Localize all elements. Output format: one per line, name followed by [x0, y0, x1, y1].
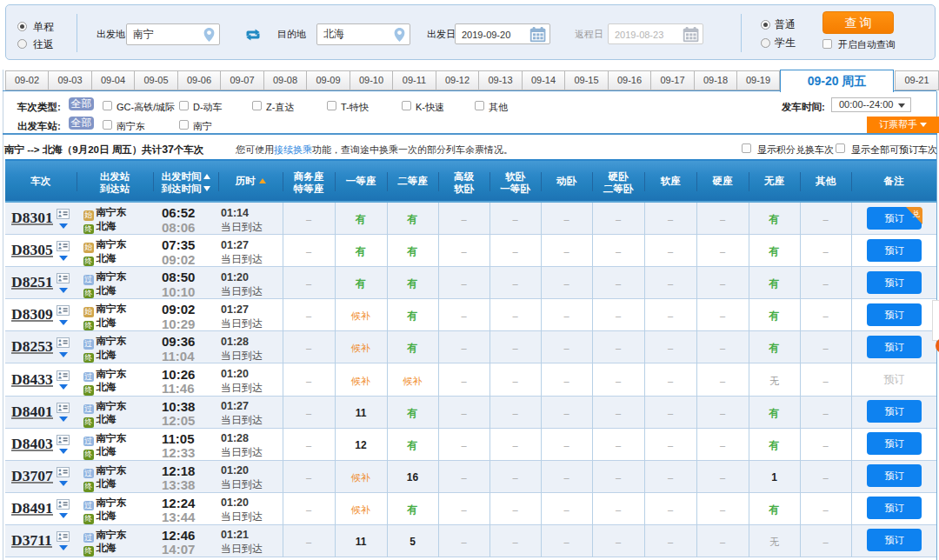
svg-text:兑: 兑 — [912, 210, 920, 218]
